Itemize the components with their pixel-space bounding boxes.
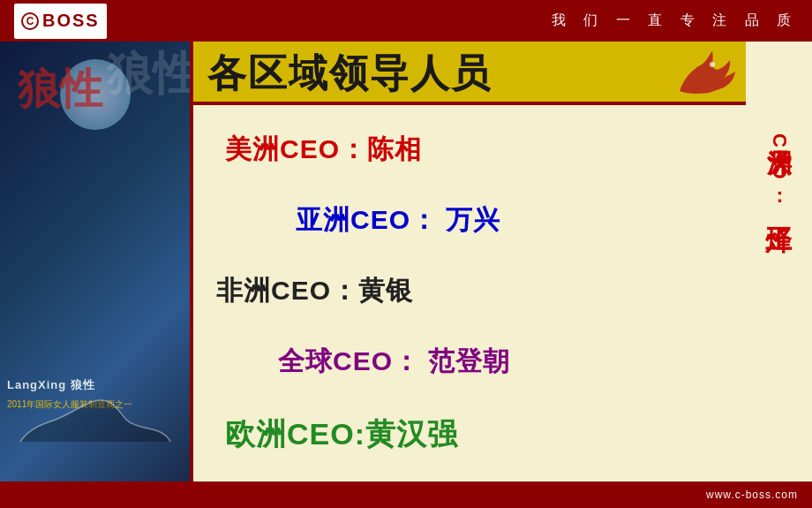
- main-area: 狼性 狼性 LangXing 狼性 2011年国际女人服装制造商之一 各区域领导…: [0, 42, 812, 481]
- title-bar: 各区域领导人员: [190, 42, 746, 105]
- ceo-row-americas: 美洲CEO：陈相: [207, 131, 728, 168]
- left-border-line: [190, 42, 193, 481]
- wolf-text-red: 狼性: [18, 68, 102, 110]
- svg-point-0: [710, 62, 715, 67]
- ceo-content: 美洲CEO：陈相 亚洲CEO： 万兴 非洲CEO：黄银 全球CEO： 范登朝 欧…: [190, 105, 746, 481]
- page-title: 各区域领导人员: [207, 48, 492, 100]
- global-ceo-label: 全球CEO： 范登朝: [278, 343, 510, 380]
- ceo-row-global: 全球CEO： 范登朝: [207, 343, 728, 380]
- right-panel-vertical: 大洋洲 CEO： 王烽: [746, 42, 812, 481]
- wolf-logo-right: [675, 47, 737, 95]
- top-slogan: 我 们 一 直 专 注 品 质: [552, 11, 798, 30]
- bottom-bar: www.c-boss.com: [0, 481, 812, 508]
- americas-ceo-label: 美洲CEO：陈相: [225, 131, 422, 168]
- content-area: 各区域领导人员 美洲CEO：陈相 亚洲CEO： 万兴 非洲CEO：黄银: [190, 42, 746, 481]
- top-bar: C BOSS 我 们 一 直 专 注 品 质: [0, 0, 812, 42]
- right-line2: CEO：: [766, 133, 792, 202]
- ceo-row-asia: 亚洲CEO： 万兴: [207, 201, 728, 239]
- ceo-row-europe: 欧洲CEO:黄汉强: [207, 413, 728, 456]
- wolf-silhouette: [9, 375, 181, 446]
- vertical-text-group: 大洋洲 CEO： 王烽: [762, 112, 796, 206]
- logo-text: BOSS: [42, 11, 100, 31]
- logo-area: C BOSS: [14, 4, 107, 39]
- africa-ceo-label: 非洲CEO：黄银: [216, 272, 413, 309]
- europe-ceo-label: 欧洲CEO:黄汉强: [225, 413, 458, 456]
- logo-circle-icon: C: [21, 12, 39, 30]
- ceo-row-africa: 非洲CEO：黄银: [207, 272, 728, 309]
- wolf-text-background: 狼性: [107, 50, 190, 96]
- left-image-panel: 狼性 狼性 LangXing 狼性 2011年国际女人服装制造商之一: [0, 42, 190, 481]
- website-url: www.c-boss.com: [706, 489, 798, 501]
- asia-ceo-label: 亚洲CEO： 万兴: [296, 201, 500, 239]
